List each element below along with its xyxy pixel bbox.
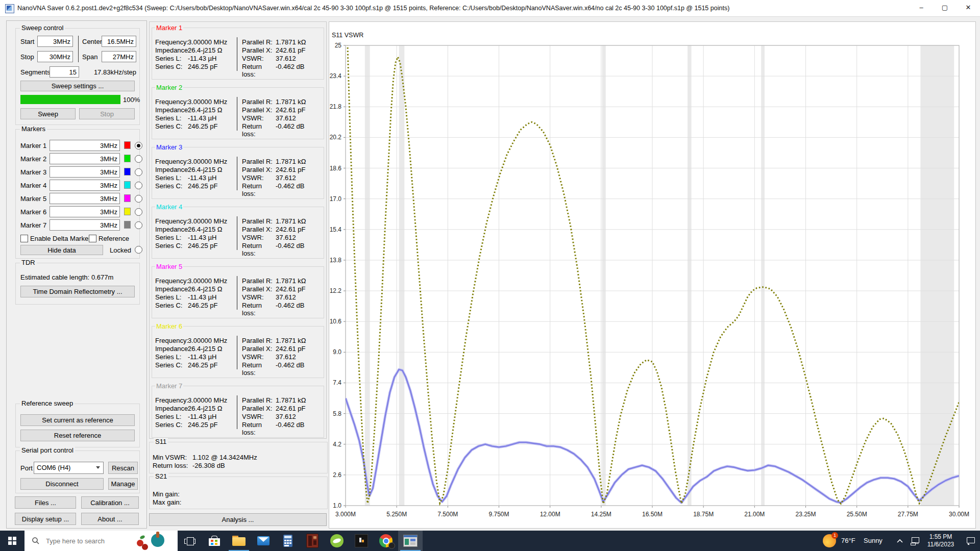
window-title: NanoVNA Saver 0.6.2.post1.dev2+g2f8c534 … [17, 0, 729, 16]
store-button[interactable] [202, 531, 227, 551]
marker-frequency-input[interactable] [50, 140, 120, 151]
marker-label: Marker 4 [20, 182, 46, 189]
frequency-label: Frequency: [155, 217, 188, 225]
series-l-label: Series L: [155, 413, 188, 420]
svg-text:10.6: 10.6 [330, 318, 342, 325]
taskbar-search[interactable] [24, 531, 178, 551]
temperature-text[interactable]: 76°F [841, 531, 855, 551]
series-c-value: 246.25 pF [188, 63, 227, 70]
s11-vswr-chart[interactable]: 3.000M5.250M7.500M9.750M12.00M14.25M16.5… [329, 21, 976, 529]
about-button[interactable]: About ... [81, 513, 139, 525]
rescan-button[interactable]: Rescan [108, 462, 138, 474]
green-app-button[interactable] [325, 531, 349, 551]
display-setup-button[interactable]: Display setup ... [15, 513, 76, 525]
marker-select-radio[interactable] [135, 155, 142, 163]
column-divider [237, 395, 237, 429]
marker-label: Marker 7 [20, 221, 46, 229]
marker-frequency-input[interactable] [50, 153, 120, 164]
parallel-x-label: Parallel X: [242, 166, 276, 173]
calibration-button[interactable]: Calibration ... [81, 496, 139, 509]
calculator-button[interactable] [276, 531, 300, 551]
tray-overflow-button[interactable] [892, 531, 908, 551]
set-reference-button[interactable]: Set current as reference [20, 414, 135, 426]
marker-color-swatch[interactable] [124, 168, 131, 176]
start-input[interactable] [37, 36, 73, 47]
marker-frequency-input[interactable] [50, 206, 120, 217]
marker-select-radio[interactable] [135, 195, 142, 203]
column-divider [237, 336, 237, 369]
marker-detail-block: Marker 6 Frequency: 3.00000 MHz Impedanc… [152, 326, 324, 378]
action-center-button[interactable] [962, 531, 980, 551]
marker-series-column: Frequency: 3.00000 MHz Impedance: 26.4-j… [155, 396, 227, 429]
sweep-progress-bar [20, 95, 120, 104]
s11-summary-group: S11 Min VSWR: 1.102 @ 14.3424MHz Return … [149, 442, 328, 473]
nanovna-saver-button[interactable] [398, 531, 423, 551]
svg-text:7.4: 7.4 [333, 379, 341, 386]
series-l-label: Series L: [155, 353, 188, 361]
locked-radio[interactable] [135, 246, 142, 254]
marker-select-radio[interactable] [135, 208, 142, 216]
center-input[interactable] [102, 36, 136, 47]
series-c-label: Series C: [155, 421, 188, 429]
weather-tray-button[interactable]: 1 [819, 531, 840, 551]
port-selected-value: COM6 (H4) [37, 464, 70, 471]
marker-color-swatch[interactable] [124, 194, 131, 202]
marker-color-swatch[interactable] [124, 141, 131, 149]
task-view-button[interactable] [178, 531, 202, 551]
marker-color-swatch[interactable] [124, 221, 131, 229]
close-button[interactable]: ✕ [957, 0, 980, 16]
reset-reference-button[interactable]: Reset reference [20, 430, 135, 441]
serial-port-group: Serial port control Port COM6 (H4) Resca… [15, 450, 140, 493]
files-button[interactable]: Files ... [15, 496, 76, 509]
chart-canvas[interactable]: 3.000M5.250M7.500M9.750M12.00M14.25M16.5… [329, 22, 975, 528]
weather-condition-text[interactable]: Sunny [864, 531, 883, 551]
marker-select-radio[interactable] [135, 142, 142, 149]
marker-select-radio[interactable] [135, 182, 142, 189]
dark-app-button[interactable] [349, 531, 374, 551]
enable-delta-checkbox[interactable] [20, 235, 28, 242]
stop-button[interactable]: Stop [79, 108, 135, 119]
sweep-settings-button[interactable]: Sweep settings ... [20, 81, 135, 91]
marker-frequency-input[interactable] [50, 166, 120, 178]
svg-text:18.75M: 18.75M [693, 511, 714, 518]
maximize-button[interactable]: ▢ [933, 0, 957, 16]
marker-select-radio[interactable] [135, 221, 142, 229]
marker-detail-list: Marker 1 Frequency: 3.00000 MHz Impedanc… [150, 22, 326, 445]
frequency-value: 3.00000 MHz [188, 158, 227, 165]
span-input[interactable] [102, 51, 136, 62]
marker-frequency-input[interactable] [50, 193, 120, 204]
parallel-r-label: Parallel R: [242, 337, 276, 344]
segments-input[interactable] [50, 66, 79, 78]
minimize-button[interactable]: – [910, 0, 933, 16]
port-select[interactable]: COM6 (H4) [34, 462, 104, 474]
network-tray-button[interactable] [908, 531, 923, 551]
impedance-label: Impedance: [155, 405, 188, 412]
start-button[interactable] [0, 531, 24, 551]
tdr-button[interactable]: Time Domain Reflectometry ... [20, 286, 135, 297]
reference-checkbox[interactable] [89, 235, 96, 242]
marker-select-radio[interactable] [135, 168, 142, 176]
radio-app-button[interactable] [300, 531, 325, 551]
hide-data-button[interactable]: Hide data [20, 245, 103, 255]
sweep-button[interactable]: Sweep [20, 108, 76, 119]
marker-frequency-input[interactable] [50, 219, 120, 231]
search-input[interactable] [45, 537, 134, 545]
manage-button[interactable]: Manage [108, 478, 138, 490]
file-explorer-button[interactable] [227, 531, 251, 551]
analysis-button[interactable]: Analysis ... [149, 513, 327, 526]
mail-button[interactable] [251, 531, 276, 551]
clock[interactable]: 1:55 PM 11/6/2023 [922, 533, 960, 548]
start-label: Start [20, 38, 34, 45]
search-highlight-illustration[interactable] [134, 531, 169, 551]
stop-input[interactable] [37, 51, 73, 62]
return-loss-value: -0.462 dB [276, 302, 306, 317]
series-c-value: 246.25 pF [188, 421, 227, 429]
marker-color-swatch[interactable] [124, 181, 131, 189]
marker-frequency-input[interactable] [50, 180, 120, 191]
disconnect-button[interactable]: Disconnect [20, 478, 104, 490]
marker-color-swatch[interactable] [124, 208, 131, 215]
chrome-button[interactable] [374, 531, 398, 551]
marker-color-swatch[interactable] [124, 155, 131, 162]
green-app-icon [330, 534, 344, 547]
series-c-label: Series C: [155, 122, 188, 130]
